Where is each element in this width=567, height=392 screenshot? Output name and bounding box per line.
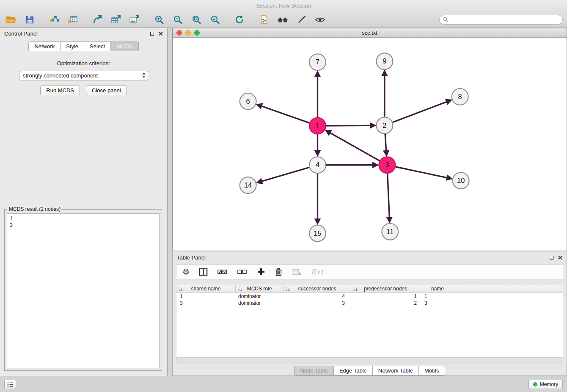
edge-3-1[interactable] xyxy=(330,133,380,161)
edge-3-11[interactable] xyxy=(388,174,390,218)
search-input[interactable] xyxy=(451,17,559,22)
clear-selection-icon[interactable] xyxy=(237,268,248,276)
tab-mcds[interactable]: MCDS xyxy=(110,41,138,51)
mcds-result-title: MCDS result (2 nodes) xyxy=(7,206,62,212)
network-canvas[interactable]: 7968124314101511 xyxy=(173,38,567,251)
delete-column-icon[interactable] xyxy=(275,268,283,276)
sort-icon xyxy=(178,287,183,294)
import-table-icon[interactable] xyxy=(66,13,80,26)
node-label: 4 xyxy=(316,161,319,168)
table-cell: 3 xyxy=(176,300,236,306)
result-item[interactable]: 3 xyxy=(10,222,157,229)
close-table-panel-icon[interactable] xyxy=(558,255,562,260)
refresh-icon[interactable] xyxy=(233,13,246,26)
close-window-icon[interactable]: × xyxy=(176,30,182,36)
gear-icon[interactable]: ⚙ xyxy=(182,268,190,276)
node-1[interactable]: 1 xyxy=(309,118,326,134)
memory-button[interactable]: Memory xyxy=(528,380,563,389)
node-15[interactable]: 15 xyxy=(309,225,326,242)
node-6[interactable]: 6 xyxy=(240,93,256,110)
edge-1-2[interactable] xyxy=(326,125,371,126)
control-panel-title: Control Panel xyxy=(4,30,38,37)
maximize-window-icon[interactable]: + xyxy=(194,30,200,36)
function-builder-icon[interactable]: f(x) xyxy=(311,268,322,276)
edge-3-10[interactable] xyxy=(396,167,447,178)
node-10[interactable]: 10 xyxy=(453,172,469,189)
criterion-dropdown-value: strongly connected component xyxy=(23,72,98,79)
column-header-mcds-role[interactable]: MCDS role xyxy=(236,285,284,293)
tab-motifs[interactable]: Motifs xyxy=(418,366,445,375)
tab-network-table[interactable]: Network Table xyxy=(372,366,419,375)
zoom-selected-icon[interactable] xyxy=(208,13,222,26)
float-table-panel-icon[interactable] xyxy=(550,256,553,259)
task-history-button[interactable] xyxy=(4,380,16,389)
table-cell: 3 xyxy=(284,300,351,306)
save-icon[interactable] xyxy=(23,13,36,26)
edge-2-8[interactable] xyxy=(393,102,447,122)
float-panel-icon[interactable] xyxy=(150,32,154,36)
edge-2-3[interactable] xyxy=(385,134,386,151)
memory-label: Memory xyxy=(540,381,558,387)
edge-4-14[interactable] xyxy=(261,167,309,181)
optimization-criterion-label: Optimization criterion: xyxy=(0,60,167,66)
criterion-dropdown[interactable]: strongly connected component xyxy=(19,71,148,80)
run-mcds-button[interactable]: Run MCDS xyxy=(40,86,80,95)
double-home-icon[interactable] xyxy=(276,13,289,26)
control-panel-header: Control Panel xyxy=(0,28,167,39)
select-all-icon[interactable] xyxy=(217,268,228,276)
column-header-shared-name[interactable]: shared name xyxy=(176,285,236,293)
add-column-icon[interactable] xyxy=(257,268,265,276)
export-table-icon[interactable] xyxy=(109,13,123,26)
table-row[interactable]: 3dominator323 xyxy=(176,300,563,306)
close-panel-icon[interactable] xyxy=(158,31,163,36)
main-toolbar xyxy=(0,11,567,28)
export-image-icon[interactable] xyxy=(128,13,141,26)
style-brush-icon[interactable] xyxy=(295,13,308,26)
import-network-icon[interactable] xyxy=(47,13,61,26)
minimize-window-icon[interactable]: − xyxy=(185,30,191,36)
control-panel: Control Panel Network Style Select MCDS … xyxy=(0,28,168,376)
column-header-successor-nodes[interactable]: successor nodes xyxy=(284,285,351,293)
import-group xyxy=(47,13,80,26)
zoom-in-icon[interactable] xyxy=(152,13,166,26)
node-11[interactable]: 11 xyxy=(382,224,398,240)
node-8[interactable]: 8 xyxy=(452,88,468,105)
result-item[interactable]: 1 xyxy=(10,215,157,222)
close-panel-button[interactable]: Close panel xyxy=(86,86,127,95)
tab-node-table[interactable]: Node Table xyxy=(294,366,334,375)
delete-table-icon[interactable] xyxy=(292,268,302,276)
eye-icon[interactable] xyxy=(313,13,327,26)
split-columns-icon[interactable] xyxy=(199,268,208,276)
tab-edge-table[interactable]: Edge Table xyxy=(333,366,373,375)
document-network-icon[interactable] xyxy=(257,13,271,26)
table-horizontal-scrollbar[interactable] xyxy=(176,358,563,364)
column-header-predecessor-nodes[interactable]: predecessor nodes xyxy=(351,285,420,293)
tab-network[interactable]: Network xyxy=(28,41,61,51)
column-header-name[interactable]: name xyxy=(420,285,455,293)
node-label: 10 xyxy=(457,177,465,184)
tab-select[interactable]: Select xyxy=(84,41,111,51)
view-group xyxy=(257,13,327,26)
zoom-group xyxy=(152,13,222,26)
node-4[interactable]: 4 xyxy=(309,157,326,173)
export-network-icon[interactable] xyxy=(91,13,104,26)
edge-1-6[interactable] xyxy=(261,106,310,123)
table-row[interactable]: 1dominator411 xyxy=(176,293,563,300)
control-panel-tabs: Network Style Select MCDS xyxy=(0,41,167,51)
node-2[interactable]: 2 xyxy=(376,117,393,134)
node-label: 3 xyxy=(385,161,389,168)
table-cell: 1 xyxy=(420,293,455,300)
node-9[interactable]: 9 xyxy=(376,53,393,69)
search-box[interactable] xyxy=(439,15,563,25)
tab-style[interactable]: Style xyxy=(60,41,84,51)
open-folder-icon[interactable] xyxy=(4,13,18,26)
zoom-fit-icon[interactable] xyxy=(190,13,203,26)
node-7[interactable]: 7 xyxy=(309,54,326,70)
mcds-result-list[interactable]: 13 xyxy=(7,213,160,368)
table-cell: 3 xyxy=(420,300,455,306)
mcds-buttons: Run MCDS Close panel xyxy=(0,86,167,95)
zoom-out-icon[interactable] xyxy=(171,13,184,26)
titlebar: Session: New Session xyxy=(0,0,567,11)
node-3[interactable]: 3 xyxy=(379,157,395,173)
node-14[interactable]: 14 xyxy=(240,177,256,193)
